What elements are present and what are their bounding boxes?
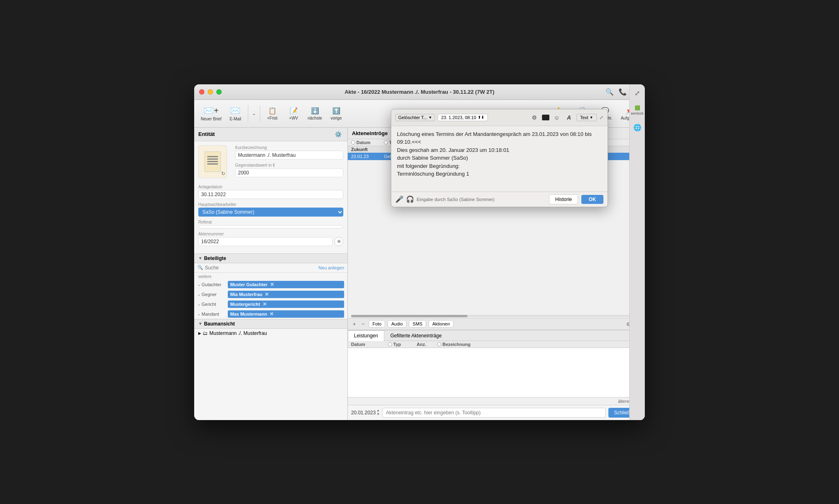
beteiligte-row-gutachter: ⌄ Gutachter Muster Gutachter ✕: [194, 280, 347, 289]
audio-button[interactable]: Audio: [388, 320, 406, 328]
entity-section: ↻ Kurzbezeichnung Mustermann ./. Musterf…: [194, 141, 347, 253]
search-icon-small: 🔍: [197, 265, 203, 270]
popup-settings-button[interactable]: ⚙: [530, 113, 540, 122]
tree-item-label: Mustermann ./. Musterfrau: [209, 330, 267, 336]
chip-gegner-close[interactable]: ✕: [265, 292, 269, 297]
aktennummer-add-button[interactable]: ⊕: [334, 237, 343, 246]
chip-mandant-close[interactable]: ✕: [270, 311, 274, 317]
popup-microphone-button[interactable]: 🎤: [395, 195, 404, 203]
popup-resize-button[interactable]: ⤢: [599, 115, 603, 120]
chip-gutachter-label: Muster Gutachter: [230, 282, 268, 287]
popup-footer-left: 🎤 🎧 Eingabe durch SaSo (Sabine Sommer): [395, 195, 494, 203]
sidebar-settings-button[interactable]: ⚙️: [333, 130, 343, 138]
popup-color-button[interactable]: [542, 115, 549, 120]
table-scroll-indicator[interactable]: [351, 315, 642, 317]
entity-doc-icon: [204, 151, 221, 172]
weitere-label: weitere: [194, 273, 347, 280]
kurzbezeichnung-group: Kurzbezeichnung Mustermann ./. Musterfra…: [235, 145, 343, 160]
popup-emoji-button[interactable]: ☺: [552, 113, 562, 122]
popup-text-line4: mit folgender Begründung:: [397, 163, 460, 169]
popup-datetime[interactable]: 23. 1.2023, 08:10 ⬆⬇: [438, 114, 488, 121]
chip-gericht-close[interactable]: ✕: [263, 301, 267, 307]
chip-gutachter[interactable]: Muster Gutachter ✕: [228, 281, 344, 288]
aktionen-button[interactable]: Aktionen: [429, 320, 454, 328]
neu-anlegen-button[interactable]: Neu anlegen: [319, 265, 344, 270]
neuer-brief-icon: ✉️+: [204, 106, 219, 115]
foto-button[interactable]: Foto: [369, 320, 385, 328]
lower-col-datum: Datum: [351, 342, 388, 347]
add-button[interactable]: +: [351, 320, 358, 328]
naechste-button[interactable]: ⬇️ nächste: [304, 105, 326, 122]
historie-button[interactable]: Historie: [549, 194, 578, 204]
baumansicht-section: ▶ 🗂 Mustermann ./. Musterfrau: [194, 329, 347, 338]
chip-gutachter-close[interactable]: ✕: [270, 282, 274, 287]
popup-text-dropdown[interactable]: Text ▼: [576, 114, 597, 121]
anlagedatum-value[interactable]: 30.11.2022: [198, 190, 343, 199]
tab-gefilterte-akteneintraege[interactable]: Gefilterte Akteneinträge: [384, 330, 448, 341]
refresh-icon: ↻: [221, 171, 225, 176]
beteiligte-title: Beteiligte: [204, 255, 226, 261]
maximize-button[interactable]: [216, 89, 222, 95]
phone-icon[interactable]: 📞: [619, 88, 627, 96]
popup-text: Löschung eines Termins der Art Mandanten…: [397, 130, 602, 178]
baumansicht-section-header[interactable]: ▼ Baumansicht: [194, 319, 347, 329]
search-icon[interactable]: 🔍: [605, 88, 614, 96]
email-button[interactable]: ✉️ E-Mail: [225, 104, 246, 123]
right-globe-button[interactable]: 🌐: [632, 128, 643, 133]
role-gutachter: ⌄ Gutachter: [197, 282, 226, 287]
eintrag-input[interactable]: [382, 408, 606, 418]
frist-button[interactable]: 📋 +Frist: [262, 105, 283, 122]
tree-item-root[interactable]: ▶ 🗂 Mustermann ./. Musterfrau: [194, 329, 347, 338]
neuer-brief-button[interactable]: ✉️+ Neuer Brief: [197, 104, 225, 123]
close-button[interactable]: [199, 89, 204, 95]
referat-value[interactable]: [198, 225, 343, 228]
chip-gegner[interactable]: Mia Musterfrau ✕: [228, 291, 344, 298]
titlebar: Akte - 16/2022 Mustermann ./. Musterfrau…: [194, 84, 645, 100]
chevron-mandant: ⌄: [197, 312, 201, 316]
popup-footer-text: Eingabe durch SaSo (Sabine Sommer): [417, 197, 494, 202]
hauptsachbearbeiter-field-row: SaSo (Sabine Sommer): [198, 208, 343, 217]
popup-body: Löschung eines Termins der Art Mandanten…: [391, 126, 608, 192]
beteiligte-search-bar: 🔍 Neu anlegen: [194, 263, 347, 273]
tree-icon: 🗂: [203, 330, 208, 336]
aktennummer-value[interactable]: 16/2022: [198, 237, 333, 246]
popup-type-label: Gelöschter T...: [398, 115, 427, 120]
date-up-button[interactable]: ▲: [376, 409, 380, 412]
naechste-icon: ⬇️: [311, 107, 319, 115]
tab-leistungen[interactable]: Leistungen: [348, 330, 384, 341]
date-down-button[interactable]: ▼: [376, 413, 380, 416]
date-stepper: ▲ ▼: [376, 409, 380, 416]
collapse-toggle[interactable]: ⌄: [250, 109, 258, 118]
ok-button[interactable]: OK: [581, 195, 603, 204]
anlagedatum-group: Anlagedatum 30.11.2022: [198, 185, 343, 199]
lower-table-body[interactable]: [348, 348, 645, 397]
aktennummer-group: Aktennummer 16/2022 ⊕: [198, 232, 343, 246]
sms-button[interactable]: SMS: [409, 320, 426, 328]
wv-button[interactable]: 📝 +WV: [283, 105, 304, 122]
popup-type-dropdown[interactable]: Gelöschter T... ▼: [395, 114, 435, 121]
popup-font-button[interactable]: A: [564, 113, 574, 122]
popup-audio-button[interactable]: 🎧: [406, 195, 414, 203]
popup-footer-right: Historie OK: [549, 194, 603, 204]
vorige-button[interactable]: ⬆️ vorige: [326, 105, 347, 122]
hauptsachbearbeiter-select[interactable]: SaSo (Sabine Sommer): [198, 208, 343, 217]
chip-mandant[interactable]: Max Mustermann ✕: [228, 310, 344, 318]
referat-group: Referat: [198, 220, 343, 228]
remove-button[interactable]: −: [360, 320, 367, 328]
minimize-button[interactable]: [208, 89, 213, 95]
chip-gericht[interactable]: Mustergericht ✕: [228, 301, 344, 308]
beteiligte-section-header[interactable]: ▼ Beteiligte: [194, 253, 347, 263]
col-typ-radio: [384, 140, 388, 145]
role-mandant: ⌄ Mandant: [197, 312, 226, 316]
chip-gericht-label: Mustergericht: [230, 302, 260, 307]
kurzbezeichnung-value[interactable]: Mustermann ./. Musterfrau: [235, 151, 343, 160]
input-bar: 20.01.2023 ▲ ▼ Schließen: [348, 405, 645, 420]
input-date-value[interactable]: 20.01.2023: [351, 410, 376, 416]
popup-datetime-stepper: ⬆⬇: [478, 115, 484, 120]
beteiligte-search-input[interactable]: [205, 265, 317, 271]
baumansicht-chevron: ▼: [198, 321, 202, 326]
gegenstandswert-value[interactable]: 2000: [235, 168, 343, 177]
wv-icon: 📝: [290, 107, 298, 115]
lower-table-header: Datum Typ Anz. Bezeichnung: [348, 341, 645, 348]
hauptsachbearbeiter-group: Hauptsachbearbeiter SaSo (Sabine Sommer): [198, 202, 343, 217]
